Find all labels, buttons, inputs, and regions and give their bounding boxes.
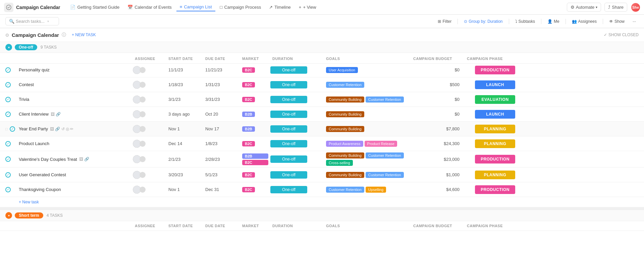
assignee-cell[interactable] — [133, 140, 166, 148]
check-cell[interactable]: ✓ — [5, 82, 19, 87]
goal-badge: User Acquisition — [326, 67, 358, 73]
budget-cell: $0 — [411, 112, 465, 117]
task-checkbox[interactable]: ✓ — [5, 172, 11, 178]
assignee-sm — [140, 82, 146, 88]
automate-button[interactable]: ⚙ Automate ▾ — [567, 3, 601, 12]
duration-cell: One-off — [270, 66, 324, 74]
goals-cell: Community Building Customer Retention — [324, 95, 411, 104]
check-cell[interactable]: □ ✓ — [5, 126, 19, 132]
assignee-cell[interactable] — [133, 66, 166, 74]
phase-badge: PLANNING — [475, 139, 515, 148]
assignee-cell[interactable] — [133, 95, 166, 104]
subtasks-button[interactable]: ⤵ Subtasks — [513, 18, 538, 25]
start-date: 3/20/23 — [166, 172, 203, 177]
task-name[interactable]: User Generated Contest — [19, 170, 133, 179]
duration-badge: One-off — [270, 125, 307, 133]
filter-button[interactable]: ⊞ Filter — [435, 18, 454, 25]
check-cell[interactable]: ✓ — [5, 97, 19, 102]
phase-cell: PLANNING — [465, 139, 525, 148]
chevron-down-icon: ▾ — [47, 19, 49, 23]
info-icon[interactable]: ⓘ — [62, 32, 66, 38]
goal-badge: Upselling — [366, 187, 386, 193]
check-cell[interactable]: ✓ — [5, 141, 19, 146]
group-by-button[interactable]: ⊙ Group by: Duration — [461, 18, 505, 25]
task-checkbox[interactable]: ✓ — [5, 187, 11, 192]
task-name[interactable]: Product Launch — [19, 139, 133, 148]
task-checkbox[interactable]: ✓ — [5, 67, 11, 73]
task-name[interactable]: Valentine's Day Couples Treat 🖼 🔗 — [19, 155, 133, 164]
group1-count: 9 TASKS — [41, 45, 57, 50]
check-cell[interactable]: ✓ — [5, 172, 19, 178]
assignee-cell[interactable] — [133, 186, 166, 194]
group-by-label: Group by: Duration — [469, 19, 502, 24]
add-view-button[interactable]: + + View — [296, 3, 320, 11]
tab-getting-started[interactable]: 📄 Getting Started Guide — [67, 3, 123, 11]
market-badge: B2C — [242, 97, 255, 102]
user-avatar[interactable]: She — [631, 3, 640, 12]
task-checkbox[interactable]: ✓ — [5, 141, 11, 146]
col-header-task — [19, 55, 133, 62]
more-options-button[interactable]: ··· — [630, 18, 639, 25]
phase-cell: PLANNING — [465, 125, 525, 133]
task-name[interactable]: Personality quiz — [19, 65, 133, 74]
show-closed-button[interactable]: ✓ SHOW CLOSED — [604, 33, 639, 37]
assignee-cell[interactable] — [133, 81, 166, 89]
new-task-button[interactable]: + NEW TASK — [69, 31, 98, 38]
task-name[interactable]: Year End Party 🖼 🔗 ↺ ◎ ✏ — [19, 124, 133, 133]
new-task-row[interactable]: + New task — [0, 197, 644, 207]
task-checkbox[interactable]: ✓ — [10, 126, 15, 132]
market-cell: B2B B2C — [240, 153, 270, 165]
col2-header-due: DUE DATE — [203, 222, 240, 229]
show-button[interactable]: 👁 Show — [606, 18, 627, 25]
due-date: 5/1/23 — [203, 172, 240, 177]
budget-cell: $1,000 — [411, 172, 465, 177]
task-checkbox[interactable]: ✓ — [5, 112, 11, 117]
assignee-cell[interactable] — [133, 125, 166, 133]
task-checkbox[interactable]: ✓ — [5, 82, 11, 87]
goal-badge: Customer Retention — [366, 172, 404, 178]
collapse-icon[interactable]: ⊙ — [5, 33, 9, 38]
duration-cell: One-off — [270, 171, 324, 179]
task-name[interactable]: Client Interview 🖼 🔗 — [19, 110, 133, 119]
task-checkbox[interactable]: ✓ — [5, 97, 11, 102]
search-box[interactable]: 🔍 Search tasks... ▾ — [5, 17, 59, 25]
goals-cell: Community Building — [324, 125, 411, 133]
duration-badge: One-off — [270, 171, 307, 179]
budget-cell: $0 — [411, 67, 465, 72]
tab-campaign-list[interactable]: ≡ Campaign List — [176, 3, 215, 11]
me-icon: 👤 — [547, 19, 552, 24]
task-name[interactable]: Trivia — [19, 95, 133, 104]
goal-badge: Community Building — [326, 96, 364, 103]
new-task-link[interactable]: + New task — [19, 200, 39, 204]
goal-badge: Cross-selling — [326, 160, 353, 166]
goal-badge: Customer Retention — [366, 152, 404, 158]
me-button[interactable]: 👤 Me — [545, 18, 562, 25]
goal-badge: Customer Retention — [366, 96, 404, 103]
duration-cell: One-off — [270, 81, 324, 88]
toolbar: 🔍 Search tasks... ▾ ⊞ Filter ⊙ Group by:… — [0, 15, 644, 28]
doc-icon: 📄 — [70, 5, 75, 10]
start-date: 11/1/23 — [166, 67, 203, 72]
goal-badge: Community Building — [326, 111, 364, 117]
group1-expand-button[interactable]: ▾ — [5, 44, 12, 51]
check-cell[interactable]: ✓ — [5, 67, 19, 73]
automate-label: Automate — [576, 5, 595, 10]
top-navigation: Campaign Calendar 📄 Getting Started Guid… — [0, 0, 644, 15]
task-name[interactable]: Contest — [19, 80, 133, 89]
assignee-cell[interactable] — [133, 171, 166, 179]
assignees-button[interactable]: 👥 Assignees — [569, 18, 599, 25]
start-date: 2/1/23 — [166, 157, 203, 162]
task-checkbox[interactable]: ✓ — [5, 156, 11, 162]
assignee-cell[interactable] — [133, 155, 166, 163]
assignee-cell[interactable] — [133, 110, 166, 118]
check-cell[interactable]: ✓ — [5, 112, 19, 117]
share-button[interactable]: ⤴ Share — [604, 3, 627, 12]
task-name[interactable]: Thanksgiving Coupon — [19, 185, 133, 194]
check-cell[interactable]: ✓ — [5, 156, 19, 162]
check-cell[interactable]: ✓ — [5, 187, 19, 192]
tab-calendar-events[interactable]: 📅 Calendar of Events — [124, 3, 175, 11]
market-cell: B2C — [240, 82, 270, 87]
tab-timeline[interactable]: ↗ Timeline — [266, 3, 294, 11]
group2-expand-button[interactable]: ▾ — [5, 212, 12, 219]
tab-campaign-process[interactable]: □ Campaign Process — [217, 3, 265, 11]
